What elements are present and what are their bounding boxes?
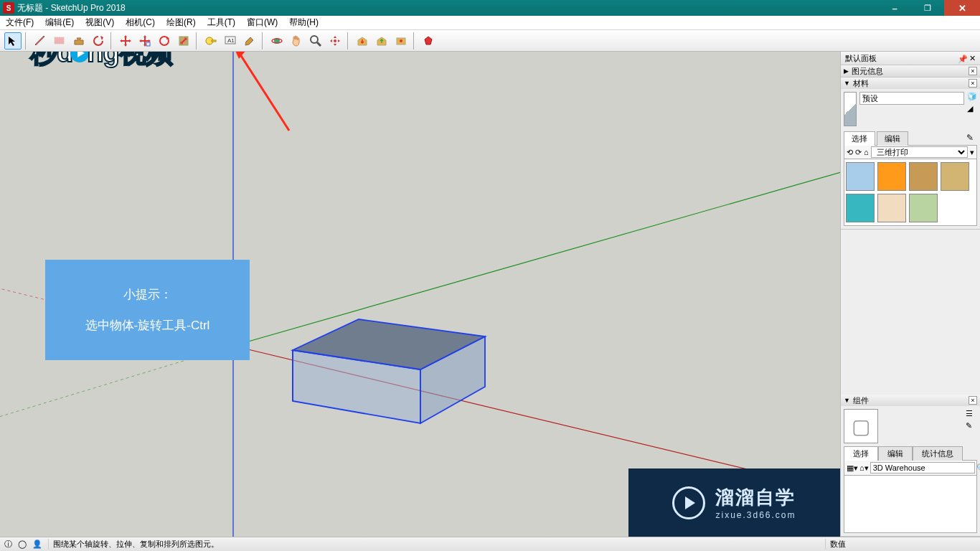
menu-camera[interactable]: 相机(C) bbox=[120, 17, 161, 29]
components-tab-edit[interactable]: 编辑 bbox=[878, 446, 913, 461]
search-icon[interactable]: 🔍 bbox=[976, 463, 980, 473]
geo-icon[interactable]: ◯ bbox=[18, 540, 27, 549]
main-toolbar: A1 bbox=[0, 30, 980, 52]
swatch[interactable] bbox=[909, 194, 938, 222]
svg-line-17 bbox=[0, 346, 233, 443]
rectangle-tool-icon[interactable] bbox=[51, 32, 68, 50]
close-button[interactable] bbox=[944, 0, 980, 16]
maximize-button[interactable] bbox=[911, 0, 944, 16]
menu-view[interactable]: 视图(V) bbox=[80, 17, 120, 29]
viewport-3d[interactable]: 秒dng视频 小提示： 选中物体-旋转工具-Ctrl 溜溜自学 zixue.3d… bbox=[0, 52, 840, 537]
swatch[interactable] bbox=[877, 194, 906, 222]
menu-help[interactable]: 帮助(H) bbox=[283, 17, 324, 29]
watermark-logo: 秒dng视频 bbox=[30, 52, 172, 71]
help-icon[interactable]: ⓘ bbox=[4, 539, 12, 550]
components-tab-stats[interactable]: 统计信息 bbox=[913, 446, 963, 461]
brand-badge: 溜溜自学 zixue.3d66.com bbox=[628, 468, 840, 537]
nav-fwd-icon[interactable]: ⟳ bbox=[855, 148, 862, 157]
paint-tool-icon[interactable] bbox=[241, 32, 258, 50]
text-tool-icon[interactable]: A1 bbox=[222, 32, 239, 50]
warehouse-get-icon[interactable] bbox=[354, 32, 371, 50]
rotate-tool-icon[interactable] bbox=[156, 32, 173, 50]
zoom-tool-icon[interactable] bbox=[307, 32, 324, 50]
minimize-button[interactable] bbox=[878, 0, 911, 16]
entity-info-header[interactable]: ▶ 图元信息 × bbox=[841, 65, 980, 77]
materials-header[interactable]: ▼ 材料 × bbox=[841, 77, 980, 89]
status-hint: 围绕某个轴旋转、拉伸、复制和排列所选图元。 bbox=[48, 539, 819, 550]
collapse-icon: ▶ bbox=[844, 67, 849, 75]
menu-tools[interactable]: 工具(T) bbox=[202, 17, 241, 29]
menu-draw[interactable]: 绘图(R) bbox=[161, 17, 202, 29]
tape-tool-icon[interactable] bbox=[202, 32, 220, 50]
pan-tool-icon[interactable] bbox=[288, 32, 305, 50]
brand-en: zixue.3d66.com bbox=[715, 510, 796, 520]
swatch[interactable] bbox=[877, 162, 906, 191]
material-preset-select[interactable] bbox=[859, 92, 964, 105]
expand-icon: ▼ bbox=[844, 80, 850, 87]
swatch[interactable] bbox=[941, 162, 969, 191]
material-collection-select[interactable]: 三维打印 bbox=[871, 146, 968, 158]
pin-icon[interactable]: 📌 bbox=[958, 55, 965, 62]
swatch[interactable] bbox=[846, 194, 875, 222]
home-icon[interactable]: ⌂ bbox=[864, 148, 869, 156]
components-header[interactable]: ▼ 组件 × bbox=[841, 395, 980, 406]
orbit-tool-icon[interactable] bbox=[268, 32, 286, 50]
svg-point-12 bbox=[334, 39, 336, 42]
window-title: 无标题 - SketchUp Pro 2018 bbox=[17, 2, 878, 14]
extension-warehouse-icon[interactable] bbox=[392, 32, 410, 50]
zoom-extents-icon[interactable] bbox=[326, 32, 344, 50]
materials-close-icon[interactable]: × bbox=[969, 79, 977, 88]
components-close-icon[interactable]: × bbox=[969, 396, 977, 405]
tray-title: 默认面板 bbox=[845, 53, 877, 64]
details-icon[interactable]: ▾ bbox=[970, 148, 974, 157]
title-bar: S 无标题 - SketchUp Pro 2018 bbox=[0, 0, 980, 16]
swatch[interactable] bbox=[909, 162, 938, 191]
svg-point-14 bbox=[400, 39, 402, 42]
user-icon[interactable]: 👤 bbox=[32, 540, 42, 549]
create-material-icon[interactable]: 🧊 bbox=[967, 92, 977, 102]
component-details-icon[interactable]: ☰ bbox=[966, 409, 977, 418]
eyedropper-icon[interactable]: ✎ bbox=[963, 133, 977, 143]
component-preview[interactable]: ▢ bbox=[844, 409, 878, 443]
measurements-label: 数值 bbox=[825, 539, 976, 550]
svg-rect-1 bbox=[146, 42, 150, 46]
swatch[interactable] bbox=[846, 162, 875, 191]
menu-bar: 文件(F) 编辑(E) 视图(V) 相机(C) 绘图(R) 工具(T) 窗口(W… bbox=[0, 16, 980, 30]
select-tool-icon[interactable] bbox=[4, 32, 22, 50]
tip-body: 选中物体-旋转工具-Ctrl bbox=[85, 317, 210, 334]
tip-callout: 小提示： 选中物体-旋转工具-Ctrl bbox=[45, 260, 250, 360]
component-lock-icon[interactable]: ✎ bbox=[966, 421, 977, 430]
components-tab-select[interactable]: 选择 bbox=[844, 446, 878, 461]
in-model-icon[interactable]: ⌂▾ bbox=[859, 463, 869, 473]
svg-rect-5 bbox=[212, 40, 216, 42]
entity-close-icon[interactable]: × bbox=[969, 67, 977, 75]
scale-tool-icon[interactable] bbox=[175, 32, 192, 50]
line-tool-icon[interactable] bbox=[32, 32, 49, 50]
tray-close-icon[interactable]: ✕ bbox=[969, 54, 976, 63]
components-list[interactable] bbox=[844, 476, 977, 533]
default-material-icon[interactable]: ◢ bbox=[967, 104, 977, 114]
component-search-input[interactable] bbox=[870, 462, 975, 474]
expand-icon: ▼ bbox=[844, 397, 850, 404]
view-mode-icon[interactable]: ▦▾ bbox=[847, 463, 858, 473]
material-preview[interactable] bbox=[844, 92, 857, 126]
move-tool-icon[interactable] bbox=[117, 32, 134, 50]
ruby-console-icon[interactable] bbox=[420, 32, 437, 50]
default-tray: 默认面板 📌 ✕ ▶ 图元信息 × ▼ 材料 × bbox=[840, 52, 980, 537]
offset-tool-icon[interactable] bbox=[90, 32, 107, 50]
rotate-copy-tool-icon[interactable] bbox=[136, 32, 154, 50]
play-circle-icon bbox=[672, 486, 705, 519]
nav-back-icon[interactable]: ⟲ bbox=[847, 148, 853, 157]
materials-tab-select[interactable]: 选择 bbox=[844, 131, 875, 146]
svg-point-10 bbox=[311, 36, 318, 43]
status-bar: ⓘ ◯ 👤 围绕某个轴旋转、拉伸、复制和排列所选图元。 数值 bbox=[0, 537, 980, 551]
menu-window[interactable]: 窗口(W) bbox=[241, 17, 283, 29]
menu-file[interactable]: 文件(F) bbox=[0, 17, 39, 29]
materials-tab-edit[interactable]: 编辑 bbox=[877, 131, 908, 146]
menu-edit[interactable]: 编辑(E) bbox=[39, 17, 80, 29]
warehouse-send-icon[interactable] bbox=[373, 32, 390, 50]
svg-text:A1: A1 bbox=[227, 37, 235, 44]
pushpull-tool-icon[interactable] bbox=[70, 32, 88, 50]
svg-line-16 bbox=[233, 166, 840, 346]
svg-rect-0 bbox=[55, 37, 64, 44]
